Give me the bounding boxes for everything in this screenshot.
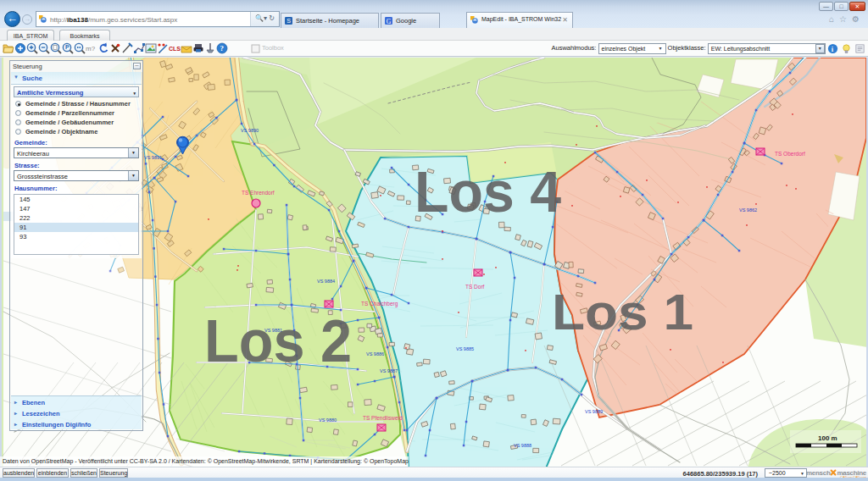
svg-text:TS Oberdorf: TS Oberdorf [775,151,805,157]
svg-text:VS 9889: VS 9889 [585,409,603,414]
svg-text:VS 9887: VS 9887 [380,368,398,373]
svg-text:P: P [65,44,70,50]
svg-text:VS 9890: VS 9890 [241,128,259,133]
svg-text:CLS: CLS [169,46,181,52]
svg-text:Los 2: Los 2 [204,308,352,374]
svg-text:VS 9862: VS 9862 [739,207,757,213]
svg-text:G: G [387,18,392,25]
svg-text:TS Chalchberg: TS Chalchberg [361,301,398,307]
svg-text:Los 1: Los 1 [552,284,693,340]
svg-text:VS 9891: VS 9891 [144,155,162,160]
svg-text:VS 9886: VS 9886 [366,351,384,357]
svg-text:VS 9885: VS 9885 [456,346,474,351]
svg-text:TS Dorf: TS Dorf [465,284,485,290]
svg-text:TS Pfendlisweid: TS Pfendlisweid [363,415,403,421]
svg-text:VS 9880: VS 9880 [319,417,337,423]
svg-text:?: ? [220,44,224,53]
svg-text:100 m: 100 m [818,434,837,442]
svg-text:Los 4: Los 4 [415,159,561,224]
svg-text:VS 9884: VS 9884 [317,279,335,284]
svg-text:TS Ehrendorf: TS Ehrendorf [242,190,275,196]
svg-text:VS 9888: VS 9888 [514,443,531,448]
svg-text:m?: m? [86,45,96,53]
svg-text:S: S [287,17,291,25]
